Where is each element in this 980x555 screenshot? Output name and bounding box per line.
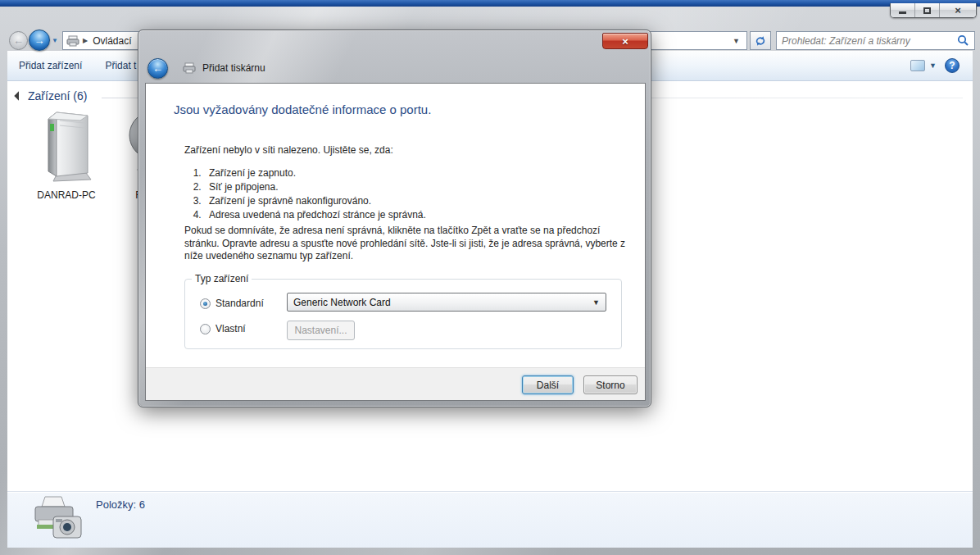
computer-tower-icon xyxy=(37,109,96,184)
window-top-edge xyxy=(0,0,980,7)
address-dropdown-icon[interactable]: ▼ xyxy=(733,37,743,45)
next-button[interactable]: Další xyxy=(522,375,574,394)
dialog-header: ← Přidat tiskárnu xyxy=(138,53,651,83)
printer-title-icon xyxy=(183,62,196,74)
checklist-item: Adresa uvedená na předchozí stránce je s… xyxy=(204,209,426,221)
refresh-button[interactable] xyxy=(750,31,771,50)
dialog-checklist: Zařízení je zapnuto. Síť je připojena. Z… xyxy=(188,167,426,223)
help-button[interactable]: ? xyxy=(945,58,960,73)
device-type-combobox[interactable]: Generic Network Card ▼ xyxy=(287,293,606,312)
views-icon xyxy=(910,60,925,71)
device-type-groupbox: Typ zařízení Standardní Generic Network … xyxy=(184,279,622,349)
printer-camera-icon xyxy=(29,495,86,548)
change-view-button[interactable]: ▼ xyxy=(910,60,937,71)
device-item-danrad-pc[interactable]: DANRAD-PC xyxy=(27,109,106,201)
caption-button-group: × xyxy=(890,3,977,18)
minimize-icon xyxy=(899,11,906,14)
checklist-item: Síť je připojena. xyxy=(204,181,426,193)
minimize-button[interactable] xyxy=(891,3,915,17)
recent-pages-dropdown[interactable]: ▼ xyxy=(52,37,58,44)
help-icon: ? xyxy=(949,60,955,71)
dialog-back-button[interactable]: ← xyxy=(147,58,168,79)
device-label: DANRAD-PC xyxy=(37,189,95,201)
device-type-combobox-value: Generic Network Card xyxy=(293,297,391,308)
radio-standard[interactable] xyxy=(200,298,211,309)
forward-arrow-icon: → xyxy=(34,35,45,46)
details-pane: Položky: 6 xyxy=(7,491,973,548)
dialog-intro-text: Zařízení nebylo v síti nalezeno. Ujistět… xyxy=(184,144,393,156)
maximize-icon xyxy=(923,7,931,14)
devices-group-header[interactable]: Zařízení (6) xyxy=(16,89,87,102)
close-button[interactable]: × xyxy=(940,3,976,17)
add-printer-dialog: × ← Přidat tiskárnu Jsou vyžadovány doda… xyxy=(138,30,651,407)
radio-standard-label[interactable]: Standardní xyxy=(216,298,264,309)
toolbar-add-device[interactable]: Přidat zařízení xyxy=(7,56,93,75)
dialog-close-button[interactable]: × xyxy=(602,33,648,49)
cancel-button[interactable]: Storno xyxy=(583,375,637,394)
views-dropdown-icon: ▼ xyxy=(929,61,937,70)
dialog-back-arrow-icon: ← xyxy=(152,63,163,74)
dialog-title: Přidat tiskárnu xyxy=(202,62,265,74)
search-box[interactable] xyxy=(776,31,975,50)
back-button[interactable]: ← xyxy=(9,31,28,50)
breadcrumb-item[interactable]: Ovládací xyxy=(93,35,131,47)
dialog-paragraph: Pokud se domníváte, že adresa není správ… xyxy=(184,225,633,263)
refresh-icon xyxy=(755,35,766,47)
maximize-button[interactable] xyxy=(915,3,940,17)
settings-button: Nastavení... xyxy=(287,321,355,340)
printer-breadcrumb-icon xyxy=(66,35,79,47)
dialog-close-icon: × xyxy=(622,36,628,47)
devices-group-label: Zařízení (6) xyxy=(28,89,87,102)
collapse-triangle-icon xyxy=(14,91,23,100)
radio-custom-row[interactable]: Vlastní xyxy=(200,323,246,334)
radio-custom[interactable] xyxy=(200,324,211,334)
radio-standard-row[interactable]: Standardní xyxy=(200,298,264,309)
dialog-body: Jsou vyžadovány dodatečné informace o po… xyxy=(145,83,646,401)
search-icon[interactable] xyxy=(957,34,969,47)
breadcrumb-arrow-icon: ▶ xyxy=(83,37,88,44)
dialog-footer: Další Storno xyxy=(146,367,645,400)
item-count: Položky: 6 xyxy=(96,498,145,511)
toolbar-right-group: ▼ ? xyxy=(910,58,973,73)
search-input[interactable] xyxy=(782,35,957,47)
devices-and-printers-window: × ← → ▼ ▶ Ovládací ▼ Přida xyxy=(0,0,980,555)
close-icon: × xyxy=(955,5,961,16)
device-type-groupbox-label: Typ zařízení xyxy=(192,273,252,284)
checklist-item: Zařízení je správně nakonfigurováno. xyxy=(204,195,426,207)
chevron-down-icon[interactable]: ▼ xyxy=(592,298,600,307)
dialog-heading: Jsou vyžadovány dodatečné informace o po… xyxy=(174,102,431,116)
back-arrow-icon: ← xyxy=(13,35,24,46)
forward-button[interactable]: → xyxy=(29,30,50,51)
radio-custom-label[interactable]: Vlastní xyxy=(216,323,246,334)
checklist-item: Zařízení je zapnuto. xyxy=(204,167,426,179)
